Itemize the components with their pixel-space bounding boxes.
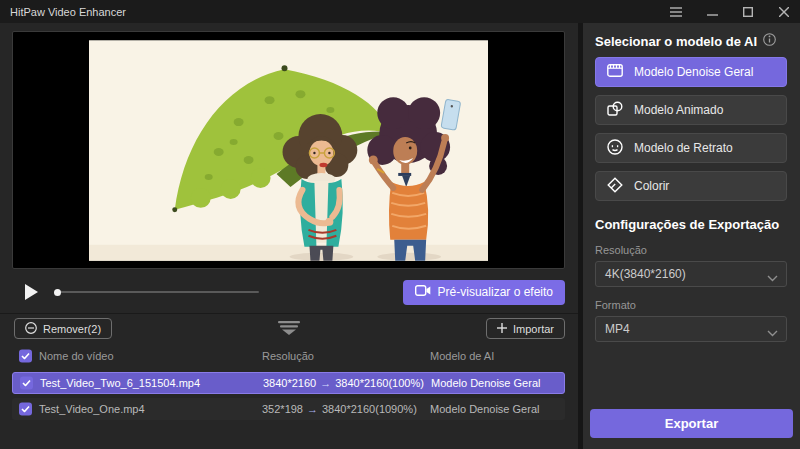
chevron-down-icon <box>767 271 778 285</box>
play-button[interactable] <box>18 279 44 305</box>
row-checkbox[interactable] <box>19 403 32 416</box>
minimize-icon[interactable] <box>704 7 720 17</box>
video-frame-illustration <box>89 40 488 261</box>
preview-effect-button[interactable]: Pré-visualizar o efeito <box>403 280 565 305</box>
video-list-header: Nome do vídeo Resolução Modelo de AI <box>12 346 565 366</box>
progress-bar[interactable] <box>52 285 389 299</box>
minus-circle-icon <box>25 322 37 336</box>
video-camera-icon <box>415 285 431 299</box>
model-button-animado[interactable]: Modelo Animado <box>595 95 787 125</box>
plus-icon <box>497 323 507 335</box>
model-label: Modelo Denoise Geral <box>634 65 753 79</box>
film-strip-icon <box>607 64 623 80</box>
video-model: Modelo Denoise Geral <box>430 403 539 415</box>
resolution-value: 4K(3840*2160) <box>605 267 686 281</box>
progress-knob[interactable] <box>54 289 61 296</box>
title-bar: HitPaw Video Enhancer <box>0 0 800 23</box>
import-label: Importar <box>513 323 554 335</box>
select-all-checkbox[interactable] <box>19 350 32 363</box>
resolution-label: Resolução <box>595 244 800 256</box>
model-label: Colorir <box>634 179 669 193</box>
model-button-denoise[interactable]: Modelo Denoise Geral <box>595 57 787 87</box>
info-icon[interactable] <box>763 33 776 49</box>
video-name: Test_Video_Two_6_151504.mp4 <box>40 377 200 389</box>
window-title: HitPaw Video Enhancer <box>10 6 126 18</box>
remove-label: Remover(2) <box>43 323 101 335</box>
select-model-title: Selecionar o modelo de AI <box>595 34 757 49</box>
playback-bar: Pré-visualizar o efeito <box>12 275 565 309</box>
format-label: Formato <box>595 299 800 311</box>
paint-brush-icon <box>607 177 623 196</box>
export-settings-title: Configurações de Exportação <box>595 217 800 232</box>
app-window: HitPaw Video Enhancer <box>0 0 800 449</box>
chevron-down-icon <box>767 326 778 340</box>
resolution-select[interactable]: 4K(3840*2160) <box>595 261 787 287</box>
model-button-colorir[interactable]: Colorir <box>595 171 787 201</box>
window-controls <box>668 0 792 23</box>
close-icon[interactable] <box>776 7 792 17</box>
video-model: Modelo Denoise Geral <box>431 377 540 389</box>
resolution-from: 352*198 <box>262 403 303 415</box>
import-button[interactable]: Importar <box>486 318 565 339</box>
overlapping-shapes-icon <box>607 101 623 119</box>
video-preview <box>12 31 565 269</box>
model-label: Modelo Animado <box>634 103 723 117</box>
video-name: Test_Video_One.mp4 <box>39 403 145 415</box>
arrow-right-icon: → <box>316 377 335 389</box>
resolution-from: 3840*2160 <box>263 377 316 389</box>
settings-panel: Selecionar o modelo de AI Modelo Denoise… <box>578 23 800 449</box>
format-select[interactable]: MP4 <box>595 316 787 342</box>
list-toolbar: Remover(2) Importar <box>0 314 578 344</box>
maximize-icon[interactable] <box>740 7 756 17</box>
resolution-to: 3840*2160(100%) <box>335 377 424 389</box>
main-area: Pré-visualizar o efeito Remover(2) Impor… <box>0 23 578 449</box>
arrow-right-icon: → <box>303 403 322 415</box>
export-button[interactable]: Exportar <box>590 409 793 438</box>
header-name: Nome do vídeo <box>39 350 114 362</box>
video-list: Nome do vídeo Resolução Modelo de AI Tes… <box>12 346 565 424</box>
video-resolution: 352*198→3840*2160(1090%) <box>262 403 417 415</box>
progress-track[interactable] <box>60 291 259 293</box>
video-resolution: 3840*2160→3840*2160(100%) <box>263 377 424 389</box>
table-row[interactable]: Test_Video_Two_6_151504.mp4 3840*2160→38… <box>12 372 565 394</box>
model-button-retrato[interactable]: Modelo de Retrato <box>595 133 787 163</box>
preview-effect-label: Pré-visualizar o efeito <box>438 285 553 299</box>
header-model: Modelo de AI <box>430 350 494 362</box>
table-row[interactable]: Test_Video_One.mp4 352*198→3840*2160(109… <box>12 398 565 420</box>
format-value: MP4 <box>605 322 630 336</box>
menu-icon[interactable] <box>668 7 684 17</box>
remove-button[interactable]: Remover(2) <box>14 318 112 339</box>
model-label: Modelo de Retrato <box>634 141 733 155</box>
face-icon <box>607 139 623 158</box>
header-resolution: Resolução <box>262 350 314 362</box>
row-checkbox[interactable] <box>20 377 33 390</box>
resolution-to: 3840*2160(1090%) <box>322 403 417 415</box>
collapse-handle-icon[interactable] <box>277 320 301 336</box>
